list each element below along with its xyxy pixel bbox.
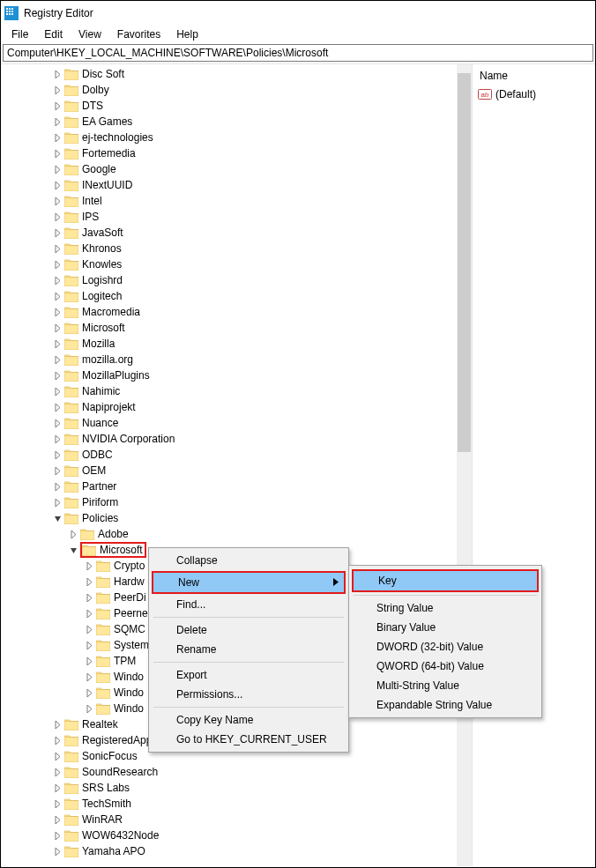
chevron-right-icon[interactable] — [84, 592, 94, 603]
chevron-right-icon[interactable] — [52, 783, 63, 793]
tree-node[interactable]: NVIDIA Corporation — [4, 431, 472, 447]
chevron-right-icon[interactable] — [52, 830, 63, 841]
chevron-right-icon[interactable] — [52, 354, 63, 365]
submenu-key[interactable]: Key — [354, 571, 537, 590]
tree-node[interactable]: mozilla.org — [4, 352, 472, 367]
chevron-right-icon[interactable] — [52, 434, 63, 444]
column-header-name[interactable]: Name — [478, 66, 590, 85]
cm-new[interactable]: New — [153, 573, 344, 592]
submenu-string[interactable]: String Value — [352, 598, 539, 618]
tree-scrollbar[interactable] — [457, 64, 472, 866]
chevron-right-icon[interactable] — [52, 735, 63, 746]
tree-node[interactable]: Yamaha APO — [4, 843, 472, 859]
chevron-right-icon[interactable] — [84, 560, 94, 571]
menu-favorites[interactable]: Favorites — [110, 26, 168, 42]
tree-node[interactable]: Piriform — [4, 494, 472, 510]
chevron-right-icon[interactable] — [84, 624, 94, 634]
chevron-right-icon[interactable] — [52, 465, 63, 476]
chevron-right-icon[interactable] — [52, 180, 63, 190]
tree-node[interactable]: Dolby — [4, 82, 472, 98]
tree-node[interactable]: TechSmith — [4, 796, 472, 812]
tree-node[interactable]: Microsoft — [4, 320, 472, 336]
tree-node[interactable]: Policies — [4, 510, 472, 526]
submenu-qword[interactable]: QWORD (64-bit) Value — [352, 657, 539, 676]
menu-file[interactable]: File — [4, 26, 35, 42]
submenu-dword[interactable]: DWORD (32-bit) Value — [352, 637, 539, 657]
chevron-right-icon[interactable] — [84, 687, 94, 698]
chevron-right-icon[interactable] — [52, 148, 63, 159]
chevron-right-icon[interactable] — [52, 275, 63, 286]
tree-node[interactable]: Disc Soft — [4, 66, 472, 82]
tree-node[interactable]: SoundResearch — [4, 764, 472, 780]
tree-node[interactable]: OEM — [4, 463, 472, 479]
chevron-right-icon[interactable] — [52, 481, 63, 492]
chevron-right-icon[interactable] — [68, 529, 78, 539]
menu-help[interactable]: Help — [169, 26, 205, 42]
menu-view[interactable]: View — [71, 26, 108, 42]
tree-node[interactable]: Nuance — [4, 415, 472, 431]
chevron-right-icon[interactable] — [52, 798, 63, 809]
chevron-right-icon[interactable] — [52, 846, 63, 857]
tree-node[interactable]: Partner — [4, 479, 472, 494]
tree-node[interactable]: ODBC — [4, 447, 472, 463]
chevron-right-icon[interactable] — [52, 196, 63, 206]
chevron-down-icon[interactable] — [68, 545, 78, 555]
chevron-right-icon[interactable] — [52, 767, 63, 777]
tree-node[interactable]: Mozilla — [4, 336, 472, 352]
tree-node[interactable]: Fortemedia — [4, 145, 472, 161]
tree-node[interactable]: SRS Labs — [4, 780, 472, 796]
chevron-right-icon[interactable] — [52, 227, 63, 238]
tree-node[interactable]: IPS — [4, 209, 472, 225]
tree-node[interactable]: Logishrd — [4, 272, 472, 288]
cm-goto-hkcu[interactable]: Go to HKEY_CURRENT_USER — [152, 730, 346, 749]
chevron-right-icon[interactable] — [52, 243, 63, 254]
chevron-right-icon[interactable] — [52, 370, 63, 381]
tree-node[interactable]: MozillaPlugins — [4, 367, 472, 383]
scrollbar-thumb[interactable] — [458, 73, 471, 452]
tree-node[interactable]: Napiprojekt — [4, 399, 472, 415]
cm-permissions[interactable]: Permissions... — [152, 685, 346, 704]
tree-node[interactable]: WinRAR — [4, 812, 472, 827]
chevron-right-icon[interactable] — [52, 814, 63, 825]
chevron-down-icon[interactable] — [52, 513, 63, 523]
tree-node[interactable]: WOW6432Node — [4, 827, 472, 843]
menu-edit[interactable]: Edit — [37, 26, 70, 42]
cm-delete[interactable]: Delete — [152, 620, 346, 640]
chevron-right-icon[interactable] — [52, 307, 63, 317]
chevron-right-icon[interactable] — [52, 164, 63, 174]
tree-node[interactable]: DTS — [4, 98, 472, 114]
cm-export[interactable]: Export — [152, 665, 346, 685]
chevron-right-icon[interactable] — [52, 418, 63, 428]
tree-node[interactable]: Knowles — [4, 256, 472, 272]
chevron-right-icon[interactable] — [52, 719, 63, 730]
chevron-right-icon[interactable] — [52, 116, 63, 127]
values-pane[interactable]: Name ab (Default) — [473, 64, 595, 866]
submenu-binary[interactable]: Binary Value — [352, 618, 539, 637]
chevron-right-icon[interactable] — [52, 449, 63, 460]
cm-find[interactable]: Find... — [152, 595, 346, 614]
tree-node[interactable]: Nahimic — [4, 383, 472, 399]
chevron-right-icon[interactable] — [52, 402, 63, 412]
tree-node[interactable]: Adobe — [4, 526, 472, 542]
chevron-right-icon[interactable] — [52, 497, 63, 508]
chevron-right-icon[interactable] — [84, 576, 94, 587]
tree-node[interactable]: Google — [4, 161, 472, 177]
chevron-right-icon[interactable] — [52, 211, 63, 222]
submenu-multistring[interactable]: Multi-String Value — [352, 676, 539, 695]
value-row[interactable]: ab (Default) — [478, 85, 590, 103]
tree-node[interactable]: Macromedia — [4, 304, 472, 320]
chevron-right-icon[interactable] — [52, 386, 63, 397]
chevron-right-icon[interactable] — [52, 132, 63, 143]
tree-node[interactable]: Intel — [4, 193, 472, 209]
tree-node[interactable]: Khronos — [4, 241, 472, 256]
chevron-right-icon[interactable] — [84, 703, 94, 714]
tree-node[interactable]: Logitech — [4, 288, 472, 304]
chevron-right-icon[interactable] — [52, 85, 63, 95]
tree-node[interactable]: INextUUID — [4, 177, 472, 193]
cm-rename[interactable]: Rename — [152, 640, 346, 659]
cm-copy-key-name[interactable]: Copy Key Name — [152, 710, 346, 730]
chevron-right-icon[interactable] — [84, 671, 94, 682]
chevron-right-icon[interactable] — [52, 100, 63, 111]
chevron-right-icon[interactable] — [52, 323, 63, 333]
submenu-expandstring[interactable]: Expandable String Value — [352, 695, 539, 715]
